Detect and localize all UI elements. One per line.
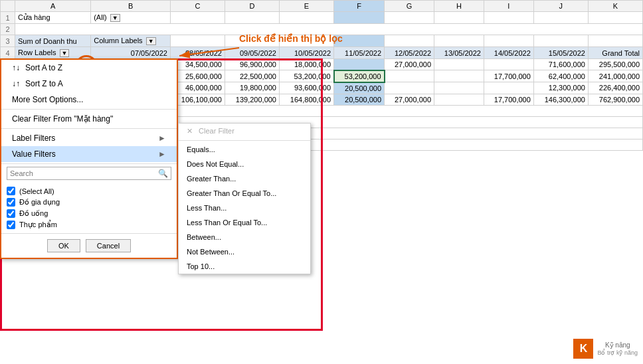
cell-c6: 25,600,000 — [170, 70, 225, 82]
search-box[interactable]: 🔍 — [7, 167, 171, 180]
checkbox-do-uong-input[interactable] — [7, 209, 15, 218]
checkbox-thuc-pham-input[interactable] — [7, 221, 15, 229]
checkbox-thuc-pham-label: Thực phẩm — [19, 221, 57, 229]
submenu-greater-equal[interactable]: Greater Than Or Equal To... — [179, 186, 310, 201]
cell-f1 — [334, 12, 385, 24]
cell-j5: 71,600,000 — [533, 59, 588, 70]
cell-h6 — [434, 70, 484, 82]
cell-d3 — [225, 35, 279, 47]
separator-1 — [1, 109, 177, 110]
cell-e8: 164,800,000 — [279, 94, 333, 105]
filter-btn-a4[interactable]: ▼ — [60, 49, 70, 57]
checkbox-do-gia-dung-label: Đồ gia dụng — [19, 198, 60, 207]
cell-c8: 106,100,000 — [170, 94, 225, 105]
cell-h4: 13/05/2022 — [434, 47, 484, 59]
sort-az-icon: ↑↓ — [12, 63, 20, 72]
value-filters-submenu[interactable]: ✕ Clear Filter Equals... Does Not Equal.… — [178, 123, 311, 274]
row-num-3: 3 — [1, 35, 15, 47]
checkbox-thuc-pham[interactable]: Thực phẩm — [7, 219, 171, 230]
checkbox-do-gia-dung-input[interactable] — [7, 198, 15, 207]
value-filters-label: Value Filters — [12, 149, 56, 159]
row-num-4: 4 — [1, 47, 15, 59]
clear-filter-icon: ✕ — [187, 127, 193, 135]
submenu-not-equal-label: Does Not Equal... — [187, 160, 244, 168]
submenu-top10[interactable]: Top 10... — [179, 259, 310, 274]
cell-row2 — [15, 24, 643, 35]
cell-g5: 27,000,000 — [385, 59, 434, 70]
col-header-d: D — [225, 1, 279, 12]
cell-f7: 20,500,000 — [334, 82, 385, 94]
filter-btn-b3[interactable]: ▼ — [146, 37, 156, 45]
cell-b4: 07/05/2022 — [91, 47, 171, 59]
cell-k7: 226,400,000 — [588, 82, 642, 94]
cell-g1 — [385, 12, 434, 24]
cell-g7 — [385, 82, 434, 94]
submenu-clear-filter-label: Clear Filter — [199, 127, 234, 135]
cell-b1[interactable]: (All) ▼ — [91, 12, 171, 24]
search-input[interactable] — [10, 169, 158, 177]
checkbox-select-all-input[interactable] — [7, 187, 15, 195]
sort-za-icon: ↓↑ — [12, 79, 20, 88]
more-sort-item[interactable]: More Sort Options... — [1, 92, 177, 108]
submenu-between[interactable]: Between... — [179, 230, 310, 244]
submenu-less-equal[interactable]: Less Than Or Equal To... — [179, 215, 310, 230]
filter-btn-b1[interactable]: ▼ — [110, 14, 120, 22]
sort-az-item[interactable]: ↑↓ Sort A to Z — [1, 60, 177, 76]
spreadsheet: A B C D E F G H I J K 1 Cửa hàng (All) ▼ — [0, 0, 643, 364]
col-header-a: A — [15, 1, 91, 12]
ok-button[interactable]: OK — [47, 239, 80, 252]
cell-k5: 295,500,000 — [588, 59, 642, 70]
sort-za-item[interactable]: ↓↑ Sort Z to A — [1, 76, 177, 92]
sort-az-label: Sort A to Z — [25, 63, 62, 72]
cell-g4: 12/05/2022 — [385, 47, 434, 59]
cell-b3[interactable]: Column Labels ▼ — [91, 35, 171, 47]
sort-za-label: Sort Z to A — [25, 79, 63, 88]
corner-cell — [1, 1, 15, 12]
table-row: 2 — [1, 24, 643, 35]
value-filters-item[interactable]: Value Filters ► — [1, 146, 177, 162]
col-header-j: J — [533, 1, 588, 12]
checkbox-do-uong[interactable]: Đồ uống — [7, 208, 171, 219]
cancel-button[interactable]: Cancel — [86, 239, 131, 252]
submenu-greater-than[interactable]: Greater Than... — [179, 171, 310, 186]
table-row: 3 Sum of Doanh thu Column Labels ▼ — [1, 35, 643, 47]
submenu-less-than[interactable]: Less Than... — [179, 201, 310, 215]
cell-j1 — [533, 12, 588, 24]
cell-f5 — [334, 59, 385, 70]
submenu-clear-filter: ✕ Clear Filter — [179, 124, 310, 139]
search-icon: 🔍 — [158, 169, 168, 178]
submenu-not-equal[interactable]: Does Not Equal... — [179, 157, 310, 171]
cell-j7: 12,300,000 — [533, 82, 588, 94]
col-header-i: I — [484, 1, 533, 12]
cell-d6: 22,500,000 — [225, 70, 279, 82]
cell-a1[interactable]: Cửa hàng — [15, 12, 91, 24]
cell-e3 — [279, 35, 333, 47]
cell-j8: 146,300,000 — [533, 94, 588, 105]
cell-d4: 09/05/2022 — [225, 47, 279, 59]
cell-d7: 19,800,000 — [225, 82, 279, 94]
clear-filter-item[interactable]: Clear Filter From "Mặt hàng" — [1, 111, 177, 127]
label-filters-label: Label Filters — [12, 134, 55, 143]
clear-filter-label: Clear Filter From "Mặt hàng" — [12, 114, 113, 124]
submenu-between-label: Between... — [187, 233, 221, 241]
cell-k1 — [588, 12, 642, 24]
cell-j3 — [533, 35, 588, 47]
cell-j6: 62,400,000 — [533, 70, 588, 82]
checkbox-do-gia-dung[interactable]: Đồ gia dụng — [7, 197, 171, 208]
submenu-not-between[interactable]: Not Between... — [179, 244, 310, 259]
submenu-equals[interactable]: Equals... — [179, 142, 310, 157]
submenu-separator-1 — [179, 140, 310, 141]
separator-2 — [1, 128, 177, 129]
cell-h7 — [434, 82, 484, 94]
cell-e4: 10/05/2022 — [279, 47, 333, 59]
label-filters-item[interactable]: Label Filters ► — [1, 130, 177, 146]
checkbox-select-all[interactable]: (Select All) — [7, 185, 171, 197]
dropdown-panel[interactable]: ↑↓ Sort A to Z ↓↑ Sort Z to A More Sort … — [0, 58, 178, 259]
cell-a4[interactable]: Row Labels ▼ — [15, 47, 91, 59]
cell-i6: 17,700,000 — [484, 70, 533, 82]
cell-f4: 11/05/2022 — [334, 47, 385, 59]
col-header-c: C — [170, 1, 225, 12]
checkbox-do-uong-label: Đồ uống — [19, 209, 48, 218]
col-header-h: H — [434, 1, 484, 12]
cell-j4: 15/05/2022 — [533, 47, 588, 59]
